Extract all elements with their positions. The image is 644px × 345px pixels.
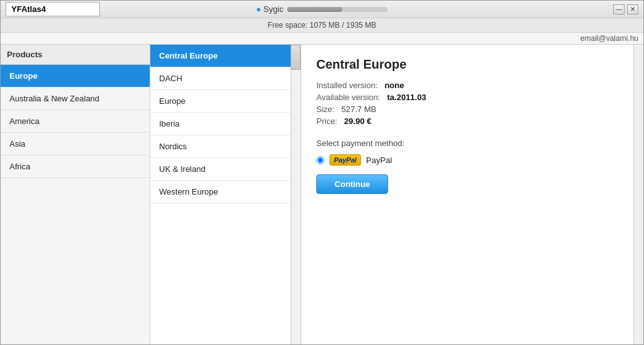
- price-row: Price: 29.90 €: [316, 116, 628, 126]
- window-controls: — ✕: [613, 4, 638, 14]
- installed-value: none: [384, 81, 404, 90]
- progress-bar: [287, 7, 388, 12]
- payment-section: Select payment method: PayPal PayPal Con…: [316, 139, 628, 194]
- logo-symbol: ●: [256, 4, 261, 14]
- subnav-iberia[interactable]: Iberia: [150, 113, 301, 135]
- user-bar: email@valami.hu: [1, 33, 643, 45]
- subnav-western-europe[interactable]: Western Europe: [150, 181, 301, 203]
- app-title: Sygic: [264, 4, 284, 14]
- free-space-bar: Free space: 1075 MB / 1935 MB: [1, 18, 643, 33]
- main-area: Products Europe Australia & New Zealand …: [1, 45, 643, 344]
- paypal-badge: PayPal: [330, 154, 361, 166]
- sidebar-item-africa[interactable]: Africa: [1, 156, 150, 178]
- size-value: 527.7 MB: [341, 105, 377, 114]
- subnav-europe[interactable]: Europe: [150, 90, 301, 113]
- available-version-row: Available version: ta.2011.03: [316, 93, 628, 102]
- detail-title: Central Europe: [316, 57, 628, 72]
- paypal-radio[interactable]: [316, 156, 325, 164]
- size-row: Size: 527.7 MB: [316, 105, 628, 114]
- price-value: 29.90 €: [344, 116, 371, 126]
- progress-fill: [287, 7, 343, 12]
- user-email: email@valami.hu: [580, 34, 638, 43]
- middle-panel: Central Europe DACH Europe Iberia Nordic…: [150, 45, 301, 344]
- paypal-label: PayPal: [366, 156, 392, 165]
- continue-button[interactable]: Continue: [316, 174, 388, 194]
- size-label: Size:: [316, 105, 335, 114]
- middle-scrollbar-track[interactable]: [291, 45, 301, 344]
- left-panel-header: Products: [1, 45, 150, 65]
- subnav-dach[interactable]: DACH: [150, 67, 301, 90]
- payment-label: Select payment method:: [316, 139, 628, 148]
- available-value: ta.2011.03: [387, 93, 426, 102]
- sidebar-item-australia[interactable]: Australia & New Zealand: [1, 88, 150, 110]
- products-label: Products: [7, 50, 42, 59]
- available-label: Available version:: [316, 93, 380, 102]
- minimize-button[interactable]: —: [613, 4, 625, 14]
- close-button[interactable]: ✕: [627, 4, 638, 14]
- sidebar-item-america[interactable]: America: [1, 110, 150, 133]
- title-bar: YFAtlas4 ● Sygic — ✕: [1, 1, 643, 18]
- left-panel: Products Europe Australia & New Zealand …: [1, 45, 150, 344]
- price-label: Price:: [316, 116, 337, 126]
- title-bar-center: ● Sygic: [256, 4, 387, 14]
- main-window: YFAtlas4 ● Sygic — ✕ Free space: 1075 MB…: [0, 0, 644, 345]
- app-name-input[interactable]: YFAtlas4: [6, 2, 100, 16]
- sygic-logo: ● Sygic: [256, 4, 283, 14]
- sidebar-item-asia[interactable]: Asia: [1, 133, 150, 156]
- app-name-area: YFAtlas4: [6, 2, 119, 16]
- subnav-nordics[interactable]: Nordics: [150, 135, 301, 158]
- right-scrollbar[interactable]: [633, 45, 643, 344]
- sidebar-item-europe[interactable]: Europe: [1, 65, 150, 88]
- subnav-central-europe[interactable]: Central Europe: [150, 45, 301, 67]
- payment-option-paypal: PayPal PayPal: [316, 154, 628, 166]
- right-panel: Central Europe Installed version: none A…: [301, 45, 643, 344]
- free-space-label: Free space: 1075 MB / 1935 MB: [268, 21, 377, 30]
- installed-version-row: Installed version: none: [316, 81, 628, 90]
- subnav-uk-ireland[interactable]: UK & Ireland: [150, 158, 301, 181]
- middle-scrollbar-thumb[interactable]: [291, 45, 301, 70]
- installed-label: Installed version:: [316, 81, 378, 90]
